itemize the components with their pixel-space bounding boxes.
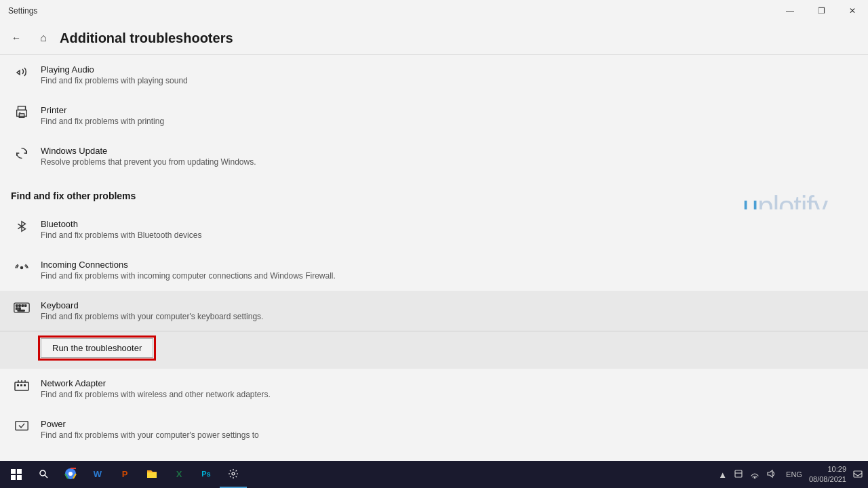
volume-icon[interactable]	[764, 468, 778, 482]
svg-point-2	[21, 267, 23, 269]
keyboard-item[interactable]: Keyboard Find and fix problems with your…	[0, 291, 868, 331]
header: ← ⌂ Additional troubleshooters	[0, 22, 868, 55]
windows-update-icon	[11, 146, 33, 164]
incoming-connections-name: Incoming Connections	[41, 260, 336, 270]
power-icon	[11, 419, 33, 437]
taskbar-word[interactable]: W	[84, 461, 111, 488]
svg-rect-18	[11, 475, 16, 480]
taskbar-search[interactable]	[30, 461, 57, 488]
svg-rect-10	[18, 310, 24, 311]
language-indicator[interactable]: ENG	[783, 470, 805, 479]
taskbar-explorer[interactable]	[138, 461, 165, 488]
svg-point-27	[754, 477, 755, 479]
printer-name: Printer	[41, 105, 164, 115]
taskbar: W P X Ps ▲	[0, 461, 868, 488]
svg-rect-0	[18, 106, 26, 110]
minimize-button[interactable]: —	[774, 0, 806, 22]
svg-rect-8	[16, 308, 18, 310]
notification-button[interactable]	[850, 469, 865, 481]
keyboard-desc: Find and fix problems with your computer…	[41, 312, 263, 321]
date: 08/08/2021	[809, 474, 846, 485]
bluetooth-desc: Find and fix problems with Bluetooth dev…	[41, 230, 201, 240]
close-button[interactable]: ✕	[837, 0, 868, 22]
windows-update-desc: Resolve problems that prevent you from u…	[41, 157, 256, 167]
network-adapter-item[interactable]: Network Adapter Find and fix problems wi…	[0, 369, 868, 409]
start-button[interactable]	[3, 461, 30, 488]
svg-rect-25	[735, 470, 742, 477]
incoming-connections-desc: Find and fix problems with incoming comp…	[41, 271, 336, 281]
playing-audio-desc: Find and fix problems with playing sound	[41, 76, 188, 85]
svg-rect-12	[17, 384, 19, 386]
printer-desc: Find and fix problems with printing	[41, 117, 164, 126]
windows-update-name: Windows Update	[41, 146, 256, 156]
network-adapter-name: Network Adapter	[41, 378, 271, 388]
keyboard-name: Keyboard	[41, 300, 263, 310]
playing-audio-item[interactable]: Playing Audio Find and fix problems with…	[0, 55, 868, 96]
hidden-icons-button[interactable]: ▲	[716, 468, 729, 481]
svg-point-23	[68, 472, 73, 476]
power-desc: Find and fix problems with your computer…	[41, 430, 259, 440]
svg-rect-1	[19, 114, 24, 118]
power-name: Power	[41, 419, 259, 429]
svg-rect-14	[24, 384, 26, 386]
bluetooth-name: Bluetooth	[41, 219, 201, 229]
svg-point-24	[232, 472, 235, 475]
taskbar-chrome[interactable]	[57, 461, 84, 488]
svg-rect-13	[20, 384, 22, 386]
taskbar-settings[interactable]	[220, 461, 247, 488]
svg-rect-6	[22, 305, 24, 307]
section-header: Find and fix other problems	[0, 177, 868, 209]
page-title: Additional troubleshooters	[60, 30, 233, 46]
run-btn-row: Run the troubleshooter	[0, 331, 868, 369]
printer-item[interactable]: Printer Find and fix problems with print…	[0, 96, 868, 136]
titlebar-controls: — ❐ ✕	[774, 0, 868, 22]
titlebar-title: Settings	[8, 6, 37, 16]
home-button[interactable]: ⌂	[33, 27, 54, 49]
incoming-connections-item[interactable]: Incoming Connections Find and fix proble…	[0, 250, 868, 291]
playing-audio-name: Playing Audio	[41, 64, 188, 75]
clipboard-icon[interactable]	[732, 468, 745, 482]
taskbar-excel[interactable]: X	[165, 461, 193, 488]
network-adapter-desc: Find and fix problems with wireless and …	[41, 390, 271, 399]
svg-line-21	[45, 475, 47, 478]
network-adapter-icon	[11, 378, 33, 396]
incoming-connections-icon	[11, 260, 33, 279]
svg-rect-17	[17, 469, 22, 474]
taskbar-sys-icons: ▲	[711, 468, 783, 482]
restore-button[interactable]: ❐	[806, 0, 837, 22]
svg-rect-19	[17, 475, 22, 480]
network-icon[interactable]	[748, 468, 762, 482]
svg-rect-5	[19, 305, 21, 307]
clock: 10:29 08/08/2021	[805, 464, 850, 485]
windows-update-item[interactable]: Windows Update Resolve problems that pre…	[0, 136, 868, 177]
content-area: Playing Audio Find and fix problems with…	[0, 55, 868, 461]
svg-rect-9	[19, 308, 21, 310]
run-troubleshooter-button[interactable]: Run the troubleshooter	[41, 338, 153, 358]
taskbar-powerpoint[interactable]: P	[111, 461, 138, 488]
playing-audio-icon	[11, 64, 33, 84]
taskbar-photoshop[interactable]: Ps	[193, 461, 220, 488]
back-button[interactable]: ←	[5, 27, 27, 49]
svg-rect-15	[16, 422, 28, 430]
time: 10:29	[809, 464, 846, 474]
titlebar: Settings — ❐ ✕	[0, 0, 868, 22]
bluetooth-item[interactable]: Bluetooth Find and fix problems with Blu…	[0, 209, 868, 250]
bluetooth-icon	[11, 219, 33, 237]
power-item[interactable]: Power Find and fix problems with your co…	[0, 409, 868, 450]
printer-icon	[11, 105, 33, 123]
svg-rect-4	[16, 305, 18, 307]
svg-rect-16	[11, 469, 16, 474]
svg-point-20	[40, 470, 45, 476]
keyboard-icon	[11, 300, 33, 319]
svg-rect-7	[24, 305, 26, 307]
